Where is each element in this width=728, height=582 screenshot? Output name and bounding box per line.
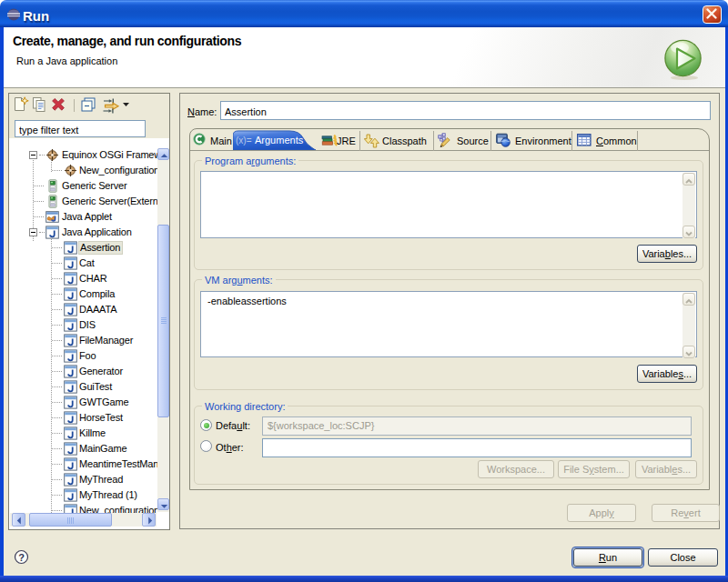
svg-text:?: ?: [18, 552, 25, 563]
